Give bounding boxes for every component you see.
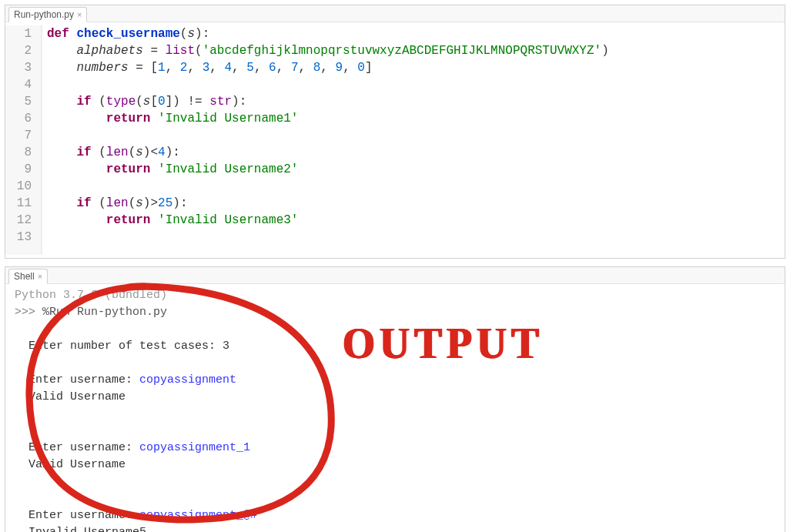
shell-tab[interactable]: Shell × <box>8 269 48 284</box>
line-number: 12 <box>5 212 32 229</box>
editor-tab-label: Run-python.py <box>14 9 74 20</box>
code-line: return 'Invalid Username3' <box>47 212 785 229</box>
code-line: if (type(s[0]) != str): <box>47 93 785 110</box>
shell-tab-label: Shell <box>14 271 35 282</box>
code-line: if (len(s)<4): <box>47 144 785 161</box>
code-line: alphabets = list('abcdefghijklmnopqrstuv… <box>47 42 785 59</box>
shell-line: Enter username: copyassignment <box>28 373 236 386</box>
shell-tab-strip: Shell × <box>5 267 785 284</box>
annotation-output-label: OUTPUT <box>343 318 544 368</box>
line-number: 5 <box>5 93 32 110</box>
line-number: 4 <box>5 76 32 93</box>
code-area[interactable]: def check_username(s): alphabets = list(… <box>42 25 785 255</box>
shell-line: Valid Username <box>28 390 126 403</box>
code-line <box>47 178 785 195</box>
shell-line: Enter number of test cases: 3 <box>28 340 229 353</box>
shell-version: Python 3.7.6 (bundled) <box>15 289 167 302</box>
line-number: 11 <box>5 195 32 212</box>
code-line: return 'Invalid Username1' <box>47 110 785 127</box>
line-number: 1 <box>5 25 32 42</box>
editor-tab[interactable]: Run-python.py × <box>8 7 87 22</box>
shell-line: Valid Username <box>28 458 126 471</box>
line-number: 10 <box>5 178 32 195</box>
shell-line: Enter username: copyassignment_@# <box>28 509 257 522</box>
line-number: 6 <box>5 110 32 127</box>
editor-body[interactable]: 1 2 3 4 5 6 7 8 9 10 11 12 13 def check_… <box>5 22 785 258</box>
code-line: if (len(s)>25): <box>47 195 785 212</box>
line-number: 3 <box>5 59 32 76</box>
line-number-gutter: 1 2 3 4 5 6 7 8 9 10 11 12 13 <box>5 25 42 255</box>
shell-line: Enter username: copyassignment_1 <box>28 441 250 454</box>
editor-tab-strip: Run-python.py × <box>5 5 785 22</box>
close-icon[interactable]: × <box>77 11 82 19</box>
line-number: 7 <box>5 127 32 144</box>
code-line: return 'Invalid Username2' <box>47 161 785 178</box>
line-number: 2 <box>5 42 32 59</box>
line-number: 8 <box>5 144 32 161</box>
code-editor-panel: Run-python.py × 1 2 3 4 5 6 7 8 9 10 11 … <box>5 5 785 259</box>
close-icon[interactable]: × <box>38 273 42 281</box>
code-line <box>47 76 785 93</box>
shell-run-command: %Run Run-python.py <box>42 306 167 319</box>
shell-line: Invalid Username5 <box>28 526 146 532</box>
code-line: numbers = [1, 2, 3, 4, 5, 6, 7, 8, 9, 0] <box>47 59 785 76</box>
code-line <box>47 127 785 144</box>
line-number: 9 <box>5 161 32 178</box>
line-number: 13 <box>5 229 32 246</box>
shell-prompt: >>> <box>15 306 35 319</box>
code-line: def check_username(s): <box>47 25 785 42</box>
shell-panel: Shell × Python 3.7.6 (bundled) >>> %Run … <box>5 266 785 532</box>
